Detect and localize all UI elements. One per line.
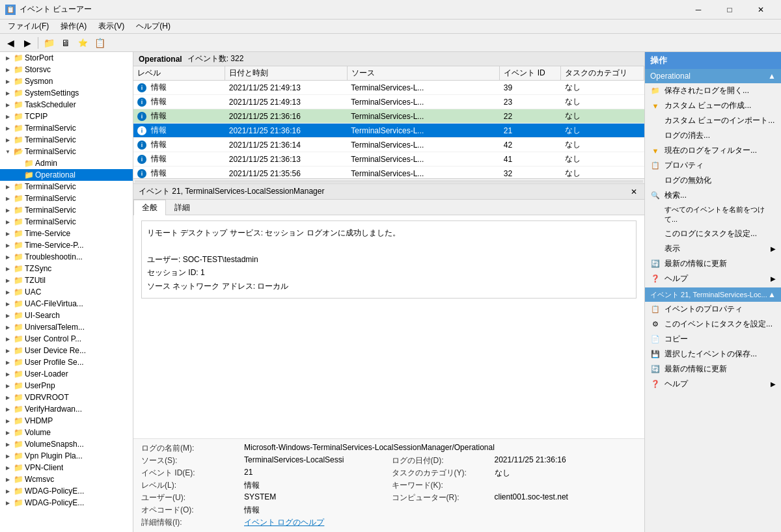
sidebar-item-terminalservic3[interactable]: ▼ 📂 TerminalServic [0,146,133,157]
sidebar-item-vpnplugin[interactable]: ▶ 📁 Vpn Plugin Pla... [0,450,133,462]
action-label: このイベントにタスクを設定... [665,319,773,330]
sidebar-item-tzutil[interactable]: ▶ 📁 TZUtil [0,274,133,286]
sidebar-item-operational[interactable]: 📁 Operational [0,169,133,181]
sidebar-item-label: VDRVROOT [25,393,69,402]
action-help2[interactable]: ❓ ヘルプ ▶ [645,377,781,392]
sidebar-item-troubleshooting[interactable]: ▶ 📁 Troubleshootin... [0,251,133,263]
sidebar-item-verifyhardware[interactable]: ▶ 📁 VerifyHardwan... [0,403,133,415]
action-refresh2[interactable]: 🔄 最新の情報に更新 [645,362,781,377]
forward-button[interactable]: ▶ [20,35,35,51]
table-row[interactable]: i 情報 2021/11/25 21:36:16 TerminalService… [133,124,644,138]
action-save-all-events[interactable]: すべてのイベントを名前をつけて... [645,203,781,226]
custom-view-button[interactable]: ⭐ [75,35,90,51]
sidebar-item-admin[interactable]: 📁 Admin [0,157,133,169]
sidebar-item-userprofile[interactable]: ▶ 📁 User Profile Se... [0,356,133,368]
sidebar-item-terminalservic6[interactable]: ▶ 📁 TerminalServic [0,204,133,216]
table-row[interactable]: i 情報 2021/11/25 21:49:13 TerminalService… [133,95,644,109]
sidebar-item-terminalservic7[interactable]: ▶ 📁 TerminalServic [0,216,133,228]
sidebar-item-storport[interactable]: ▶ 📁 StorPort [0,52,133,64]
sidebar-item-wcmsvc[interactable]: ▶ 📁 Wcmsvc [0,473,133,485]
action-help[interactable]: ❓ ヘルプ ▶ [645,271,781,286]
sidebar-item-terminalservic1[interactable]: ▶ 📁 TerminalServic [0,122,133,134]
table-row[interactable]: i 情報 2021/11/25 21:49:13 TerminalService… [133,81,644,95]
clear-icon [650,131,661,141]
sidebar-item-wdagpolicy1[interactable]: ▶ 📁 WDAG-PolicyE... [0,485,133,497]
table-row[interactable]: i 情報 2021/11/25 21:36:14 TerminalService… [133,138,644,152]
computer-button[interactable]: 🖥 [58,35,74,51]
action-search[interactable]: 🔍 検索... [645,188,781,203]
action-label: コピー [665,334,688,345]
section-title: Operational [650,72,691,81]
sidebar-item-storsvc[interactable]: ▶ 📁 Storsvc [0,64,133,75]
sidebar-item-uacfilevirtual[interactable]: ▶ 📁 UAC-FileVirtua... [0,298,133,310]
tab-general[interactable]: 全般 [133,200,166,215]
actions-section-event[interactable]: イベント 21, TerminalServices-Loc... ▲ [645,287,781,302]
sidebar-item-vdrvroot[interactable]: ▶ 📁 VDRVROOT [0,392,133,403]
action-view[interactable]: 表示 ▶ [645,241,781,256]
action-set-task-event[interactable]: ⚙ このイベントにタスクを設定... [645,317,781,332]
sidebar-item-volume[interactable]: ▶ 📁 Volume [0,427,133,438]
menu-actions[interactable]: 操作(A) [55,20,92,33]
sidebar-item-userdevice[interactable]: ▶ 📁 User Device Re... [0,345,133,356]
menu-file[interactable]: ファイル(F) [3,20,54,33]
footer-moreinfo-link[interactable]: イベント ログのヘルプ [244,517,637,528]
sidebar-item-label: UniversalTelem... [25,323,85,332]
level-text: 情報 [151,111,167,120]
back-button[interactable]: ◀ [3,35,18,51]
menu-view[interactable]: 表示(V) [93,20,130,33]
actions-section-operational[interactable]: Operational ▲ [645,69,781,83]
action-open-saved-log[interactable]: 📁 保存されたログを開く... [645,83,781,98]
sidebar-item-timeservice[interactable]: ▶ 📁 Time-Service [0,228,133,239]
folder-icon: 📁 [23,158,34,168]
sidebar-item-sysmon[interactable]: ▶ 📁 Sysmon [0,75,133,87]
sidebar-item-volumesnapshot[interactable]: ▶ 📁 VolumeSnapsh... [0,438,133,450]
event-table-scroll[interactable]: レベル 日付と時刻 ソース イベント ID タスクのカテゴリ i 情報 2021… [133,66,644,178]
action-refresh[interactable]: 🔄 最新の情報に更新 [645,256,781,271]
sidebar-item-vpnclient[interactable]: ▶ 📁 VPN-Client [0,462,133,473]
action-set-task-log[interactable]: このログにタスクを設定... [645,226,781,241]
sidebar-item-wdagpolicy2[interactable]: ▶ 📁 WDAG-PolicyE... [0,497,133,509]
table-row[interactable]: i 情報 2021/11/25 21:36:16 TerminalService… [133,109,644,124]
menu-help[interactable]: ヘルプ(H) [131,20,176,33]
sidebar-item-tzsync[interactable]: ▶ 📁 TZSync [0,263,133,274]
action-create-custom-view[interactable]: ▼ カスタム ビューの作成... [645,98,781,113]
horizontal-scrollbar[interactable] [133,179,644,184]
sidebar-item-usercontrol[interactable]: ▶ 📁 User Control P... [0,333,133,345]
action-filter-log[interactable]: ▼ 現在のログをフィルター... [645,143,781,158]
sidebar-item-taskscheduler[interactable]: ▶ 📁 TaskScheduler [0,99,133,111]
sidebar-item-terminalservic5[interactable]: ▶ 📁 TerminalServic [0,193,133,204]
minimize-button[interactable]: ─ [683,0,713,20]
maximize-button[interactable]: □ [715,0,745,20]
action-save-selected[interactable]: 💾 選択したイベントの保存... [645,347,781,362]
table-row[interactable]: i 情報 2021/11/25 21:35:56 TerminalService… [133,166,644,179]
open-folder-button[interactable]: 📁 [41,35,57,51]
sidebar-item-systemsettings[interactable]: ▶ 📁 SystemSettings [0,87,133,99]
properties-button[interactable]: 📋 [92,35,107,51]
sidebar-item-userpnp[interactable]: ▶ 📁 UserPnp [0,380,133,392]
sidebar-item-timeservicep[interactable]: ▶ 📁 Time-Service-P... [0,239,133,251]
sidebar-item-userloader[interactable]: ▶ 📁 User-Loader [0,368,133,380]
tab-detail[interactable]: 詳細 [166,200,199,215]
expand-icon: ▶ [3,205,13,215]
action-clear-log[interactable]: ログの消去... [645,128,781,143]
sidebar-item-vhdmp[interactable]: ▶ 📁 VHDMP [0,415,133,427]
action-import-custom-view[interactable]: カスタム ビューのインポート... [645,113,781,128]
action-label: 最新の情報に更新 [665,258,727,269]
expand-icon: ▶ [3,345,13,356]
action-event-properties[interactable]: 📋 イベントのプロパティ [645,302,781,317]
sidebar-item-terminalservic2[interactable]: ▶ 📁 TerminalServic [0,134,133,146]
action-properties[interactable]: 📋 プロパティ [645,158,781,173]
sidebar-item-tcpip[interactable]: ▶ 📁 TCPIP [0,111,133,122]
table-row[interactable]: i 情報 2021/11/25 21:36:13 TerminalService… [133,152,644,166]
action-copy[interactable]: 📄 コピー [645,332,781,347]
sidebar-item-label: TZSync [25,264,51,273]
detail-close-button[interactable]: ✕ [629,187,639,197]
sidebar-item-uac[interactable]: ▶ 📁 UAC [0,286,133,298]
sidebar-item-universaltelemetry[interactable]: ▶ 📁 UniversalTelem... [0,321,133,333]
action-disable-log[interactable]: ログの無効化 [645,173,781,188]
close-button[interactable]: ✕ [746,0,776,20]
detail-session: セッション ID: 1 [147,266,631,279]
sidebar-item-uisearch[interactable]: ▶ 📁 UI-Search [0,310,133,321]
sidebar-item-terminalservic4[interactable]: ▶ 📁 TerminalServic [0,181,133,193]
footer-level-value: 情報 [244,480,387,491]
